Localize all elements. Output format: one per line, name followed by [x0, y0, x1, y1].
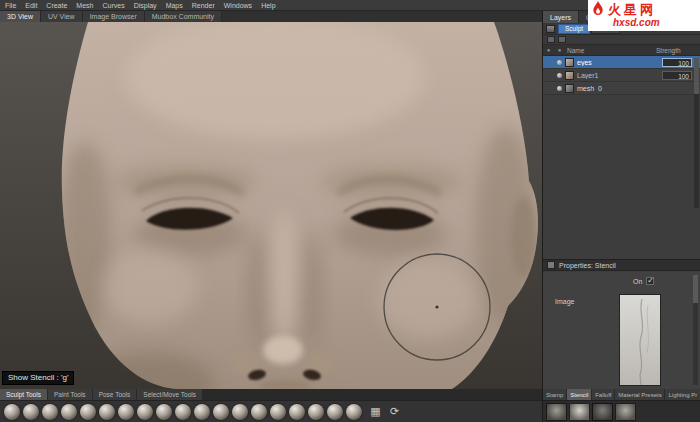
tray-tab[interactable]: Falloff [592, 389, 614, 400]
sculpt-brush-icon[interactable] [308, 404, 324, 420]
sculpt-tool-tray: ▦⟳ [0, 400, 542, 422]
layer-mode-tab[interactable]: Sculpt [558, 24, 590, 34]
layer-row[interactable]: eyes 100 [543, 56, 700, 69]
name-column-header: Name [565, 47, 656, 54]
stencil-thumbnail[interactable] [546, 403, 567, 421]
stencil-properties: On Image [543, 272, 700, 389]
tool-tray-tab[interactable]: Pose Tools [93, 389, 137, 400]
layer-strength[interactable]: 100 [662, 58, 692, 67]
sculpt-brush-icon[interactable] [118, 404, 134, 420]
visibility-icon[interactable] [554, 60, 565, 65]
layers-icon [546, 25, 555, 33]
sculpt-brush-icon[interactable] [80, 404, 96, 420]
new-layer-icon[interactable] [547, 36, 555, 43]
visibility-column-icon: ● [554, 47, 565, 53]
3d-viewport[interactable]: Show Stencil : 'g' [0, 22, 542, 389]
sculpt-brush-icon[interactable] [137, 404, 153, 420]
visibility-icon[interactable] [554, 86, 565, 91]
sculpt-brush-icon[interactable] [270, 404, 286, 420]
sculpt-brush-icon[interactable] [289, 404, 305, 420]
menu-item[interactable]: Create [46, 2, 67, 9]
properties-icon [547, 261, 555, 269]
panel-tab[interactable]: Layers [543, 11, 579, 23]
layer-thumbnail-icon [565, 58, 574, 67]
flame-icon [591, 1, 605, 17]
layer-row[interactable]: Layer1 100 [543, 69, 700, 82]
stencil-image-label: Image [555, 298, 574, 305]
lock-column-icon: ● [543, 47, 554, 53]
stencil-image-preview[interactable] [619, 294, 661, 386]
tool-tray-tab[interactable]: Paint Tools [48, 389, 92, 400]
sculpt-brush-icon[interactable] [4, 404, 20, 420]
sculpt-brush-icon[interactable] [232, 404, 248, 420]
tray-extra-tool-icon[interactable]: ▦ [368, 404, 383, 419]
sculpt-brush-icon[interactable] [61, 404, 77, 420]
stencil-thumbnail[interactable] [592, 403, 613, 421]
right-panel: LayersObject List SculptPaint ● ● Name S… [542, 11, 700, 389]
menu-item[interactable]: Display [134, 2, 157, 9]
tray-tab[interactable]: Stencil [567, 389, 591, 400]
layer-name[interactable]: mesh_0 [577, 85, 662, 92]
menu-item[interactable]: Maps [166, 2, 183, 9]
sculpt-brush-icon[interactable] [346, 404, 362, 420]
sculpt-brush-icon[interactable] [42, 404, 58, 420]
sculpt-brush-icon[interactable] [23, 404, 39, 420]
layer-thumbnail-icon [565, 71, 574, 80]
tool-tray-tabs: Sculpt ToolsPaint ToolsPose ToolsSelect/… [0, 389, 542, 400]
sculpt-brush-icon[interactable] [175, 404, 191, 420]
layer-thumbnail-icon [565, 84, 574, 93]
properties-title: Properties: Stencil [559, 262, 616, 269]
tray-tab[interactable]: Lighting Pr [665, 389, 700, 400]
tool-tray-tab[interactable]: Sculpt Tools [0, 389, 47, 400]
show-stencil-hint: Show Stencil : 'g' [2, 371, 74, 385]
view-tab[interactable]: UV View [41, 11, 83, 22]
menu-item[interactable]: Help [261, 2, 275, 9]
menu-item[interactable]: Edit [25, 2, 37, 9]
view-tab-bar: 3D ViewUV ViewImage BrowserMudbox Commun… [0, 11, 542, 22]
mudbox-app-window: FileEditCreateMeshCurvesDisplayMapsRende… [0, 0, 700, 422]
hxsd-watermark: 火星网 hxsd.com [588, 0, 700, 31]
layer-list: eyes 100 Layer1 100 mesh_0 [543, 56, 700, 95]
layer-list-header: ● ● Name Strength [543, 45, 700, 56]
stencil-thumbnails [542, 400, 700, 422]
menu-item[interactable]: Mesh [76, 2, 93, 9]
view-tab[interactable]: 3D View [0, 11, 41, 22]
menu-item[interactable]: Curves [102, 2, 124, 9]
properties-header: Properties: Stencil [543, 259, 700, 271]
menu-item[interactable]: Windows [224, 2, 252, 9]
delete-layer-icon[interactable] [558, 36, 566, 43]
stencil-on-checkbox[interactable] [646, 277, 654, 285]
sculpt-brush-icon[interactable] [194, 404, 210, 420]
layer-row[interactable]: mesh_0 [543, 82, 700, 95]
tray-extra-tool-icon[interactable]: ⟳ [387, 404, 402, 419]
menu-item[interactable]: File [5, 2, 16, 9]
stencil-tray-tabs: StampStencilFalloffMaterial PresetsLight… [542, 389, 700, 400]
sculpted-face-model [0, 22, 542, 389]
stencil-thumbnail[interactable] [615, 403, 636, 421]
extra-tools-row: ▦⟳ [368, 404, 402, 419]
tray-tab[interactable]: Material Presets [615, 389, 664, 400]
watermark-title: 火星网 [608, 2, 656, 17]
watermark-url: hxsd.com [591, 17, 696, 29]
stencil-thumbnail[interactable] [569, 403, 590, 421]
sculpt-brush-icon[interactable] [213, 404, 229, 420]
properties-scrollbar[interactable] [693, 275, 698, 385]
sculpt-brush-icon[interactable] [99, 404, 115, 420]
visibility-icon[interactable] [554, 73, 565, 78]
sculpt-brush-icon[interactable] [251, 404, 267, 420]
layer-strength[interactable]: 100 [662, 71, 692, 80]
tool-tray-tab[interactable]: Select/Move Tools [137, 389, 202, 400]
view-tab[interactable]: Image Browser [83, 11, 145, 22]
sculpt-brush-row [4, 404, 362, 420]
layer-name[interactable]: Layer1 [577, 72, 662, 79]
layers-scrollbar[interactable] [694, 58, 699, 208]
sculpt-brush-icon[interactable] [156, 404, 172, 420]
stencil-on-label: On [633, 278, 642, 285]
layer-name[interactable]: eyes [577, 59, 662, 66]
view-tab[interactable]: Mudbox Community [145, 11, 222, 22]
sculpt-brush-icon[interactable] [327, 404, 343, 420]
menu-item[interactable]: Render [192, 2, 215, 9]
tray-tab[interactable]: Stamp [543, 389, 566, 400]
layer-toolbar [543, 35, 700, 45]
strength-column-header: Strength [656, 47, 700, 54]
